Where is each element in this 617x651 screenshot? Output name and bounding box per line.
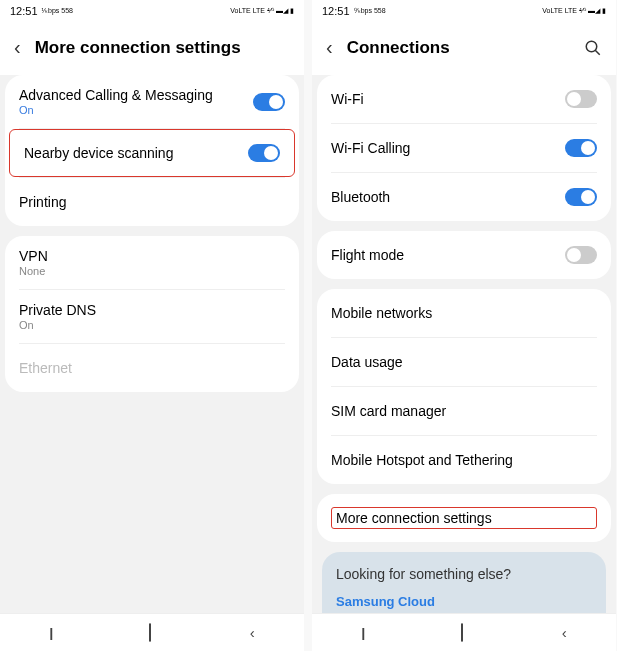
settings-card-1: Wi-Fi Wi-Fi Calling Bluetooth [317, 75, 611, 221]
header: ‹ Connections [312, 22, 616, 75]
row-nearby-device-scanning[interactable]: Nearby device scanning [9, 129, 295, 177]
screen-more-connection-settings: 12:51 ¹⁄ₖbps 558 VoLTE LTE ⁴⁄ᴳ ▬◢ ▮ ‹ Mo… [0, 0, 304, 651]
toggle-wifi[interactable] [565, 90, 597, 108]
row-mobile-networks[interactable]: Mobile networks [317, 289, 611, 337]
row-bluetooth[interactable]: Bluetooth [317, 173, 611, 221]
row-advanced-calling[interactable]: Advanced Calling & Messaging On [5, 75, 299, 128]
nav-back-icon[interactable]: ‹ [250, 624, 255, 641]
row-sim-card-manager[interactable]: SIM card manager [317, 387, 611, 435]
toggle-wifi-calling[interactable] [565, 139, 597, 157]
content: Advanced Calling & Messaging On Nearby d… [0, 75, 304, 613]
page-title: More connection settings [35, 38, 290, 58]
nav-recents-icon[interactable]: ||| [49, 625, 50, 640]
toggle-bluetooth[interactable] [565, 188, 597, 206]
svg-point-0 [586, 41, 597, 52]
back-icon[interactable]: ‹ [14, 36, 21, 59]
nav-home-icon[interactable] [461, 624, 463, 641]
row-printing[interactable]: Printing [5, 178, 299, 226]
back-icon[interactable]: ‹ [326, 36, 333, 59]
row-vpn[interactable]: VPN None [5, 236, 299, 289]
page-title: Connections [347, 38, 570, 58]
status-bar: 12:51 ⁰⁄ₖbps 558 VoLTE LTE ⁴⁄ᴳ ▬◢ ▮ [312, 0, 616, 22]
nav-back-icon[interactable]: ‹ [562, 624, 567, 641]
status-time: 12:51 [10, 5, 38, 17]
row-private-dns[interactable]: Private DNS On [5, 290, 299, 343]
screen-connections: 12:51 ⁰⁄ₖbps 558 VoLTE LTE ⁴⁄ᴳ ▬◢ ▮ ‹ Co… [312, 0, 616, 651]
nav-home-icon[interactable] [149, 624, 151, 641]
row-wifi-calling[interactable]: Wi-Fi Calling [317, 124, 611, 172]
svg-line-1 [595, 50, 600, 55]
settings-card-3: Mobile networks Data usage SIM card mana… [317, 289, 611, 484]
toggle-advanced-calling[interactable] [253, 93, 285, 111]
status-time: 12:51 [322, 5, 350, 17]
footer-title: Looking for something else? [336, 566, 592, 582]
row-wifi[interactable]: Wi-Fi [317, 75, 611, 123]
status-left-indicators: ¹⁄ₖbps 558 [42, 7, 73, 15]
toggle-flight-mode[interactable] [565, 246, 597, 264]
navbar: ||| ‹ [312, 613, 616, 651]
status-bar: 12:51 ¹⁄ₖbps 558 VoLTE LTE ⁴⁄ᴳ ▬◢ ▮ [0, 0, 304, 22]
nav-recents-icon[interactable]: ||| [361, 625, 362, 640]
row-flight-mode[interactable]: Flight mode [317, 231, 611, 279]
status-right-indicators: VoLTE LTE ⁴⁄ᴳ ▬◢ ▮ [230, 7, 294, 15]
toggle-nearby-scanning[interactable] [248, 144, 280, 162]
link-samsung-cloud[interactable]: Samsung Cloud [336, 594, 592, 609]
navbar: ||| ‹ [0, 613, 304, 651]
settings-card-4: More connection settings [317, 494, 611, 542]
search-icon[interactable] [584, 39, 602, 57]
row-mobile-hotspot[interactable]: Mobile Hotspot and Tethering [317, 436, 611, 484]
footer-suggestions: Looking for something else? Samsung Clou… [322, 552, 606, 613]
settings-card-2: Flight mode [317, 231, 611, 279]
status-left-indicators: ⁰⁄ₖbps 558 [354, 7, 386, 15]
row-more-connection-settings[interactable]: More connection settings [317, 494, 611, 542]
row-ethernet: Ethernet [5, 344, 299, 392]
settings-card-2: VPN None Private DNS On Ethernet [5, 236, 299, 392]
status-right-indicators: VoLTE LTE ⁴⁄ᴳ ▬◢ ▮ [542, 7, 606, 15]
settings-card-1: Advanced Calling & Messaging On Nearby d… [5, 75, 299, 226]
content: Wi-Fi Wi-Fi Calling Bluetooth Flight mod… [312, 75, 616, 613]
row-data-usage[interactable]: Data usage [317, 338, 611, 386]
header: ‹ More connection settings [0, 22, 304, 75]
